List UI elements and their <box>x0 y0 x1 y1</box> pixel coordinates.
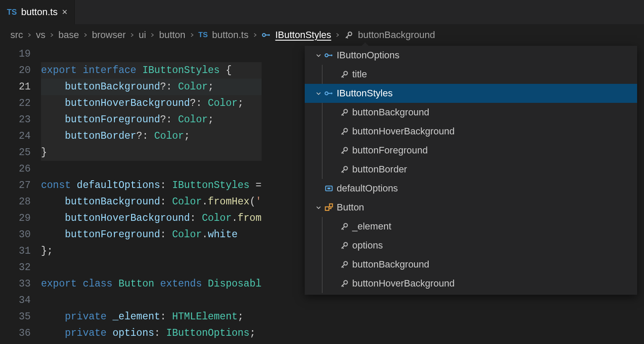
chevron-right-icon <box>251 32 259 38</box>
svg-rect-16 <box>328 188 331 189</box>
close-tab-icon[interactable]: × <box>62 6 67 18</box>
typescript-file-icon: TS <box>7 8 17 17</box>
line-number: 19 <box>0 46 31 62</box>
breadcrumb: src vs base browser ui button TS button.… <box>0 24 644 46</box>
line-number: 20 <box>0 62 31 79</box>
outline-item-class[interactable]: Button <box>305 198 637 217</box>
code-line[interactable]: const defaultOptions: IButtonStyles = <box>41 177 262 194</box>
property-icon <box>338 70 350 79</box>
code-line[interactable]: buttonBackground?: Color; <box>41 79 262 95</box>
outline-item-label: _element <box>352 221 391 232</box>
svg-point-14 <box>344 166 347 170</box>
breadcrumb-segment[interactable]: browser <box>92 29 126 41</box>
code-line[interactable]: buttonForeground?: Color; <box>41 111 262 128</box>
interface-icon <box>262 30 271 40</box>
line-number: 22 <box>0 95 31 111</box>
chevron-down-icon[interactable] <box>314 90 323 96</box>
svg-point-11 <box>344 109 347 113</box>
line-number: 26 <box>0 161 31 177</box>
svg-rect-18 <box>329 204 332 207</box>
outline-item-property[interactable]: buttonBackground <box>305 255 637 274</box>
breadcrumb-segment[interactable]: src <box>10 29 23 41</box>
code-line[interactable]: } <box>41 144 262 161</box>
line-number: 31 <box>0 243 31 259</box>
chevron-right-icon <box>148 32 156 38</box>
code-line[interactable] <box>41 161 262 177</box>
svg-rect-17 <box>325 207 329 210</box>
chevron-down-icon[interactable] <box>314 52 323 58</box>
breadcrumb-symbol-interface[interactable]: IButtonStyles <box>275 29 331 41</box>
outline-item-property[interactable]: buttonBackground <box>305 103 637 122</box>
outline-item-interface[interactable]: IButtonStyles <box>305 84 637 103</box>
property-icon <box>338 241 350 250</box>
outline-item-property[interactable]: title <box>305 65 637 84</box>
svg-point-20 <box>344 242 347 246</box>
outline-item-label: buttonHoverBackground <box>352 126 455 137</box>
outline-item-interface[interactable]: IButtonOptions <box>305 46 637 65</box>
line-number: 27 <box>0 177 31 194</box>
code-line[interactable]: buttonHoverBackground?: Color; <box>41 95 262 111</box>
property-icon <box>338 165 350 174</box>
breadcrumb-symbol-property[interactable]: buttonBackground <box>358 29 435 41</box>
property-icon <box>338 146 350 155</box>
svg-point-13 <box>344 147 347 151</box>
line-number: 33 <box>0 276 31 292</box>
code-content[interactable]: export interface IButtonStyles { buttonB… <box>41 46 262 344</box>
breadcrumb-segment[interactable]: vs <box>36 29 45 41</box>
property-icon <box>344 30 354 40</box>
svg-point-3 <box>348 32 352 35</box>
breadcrumb-file[interactable]: button.ts <box>212 29 248 41</box>
svg-point-21 <box>344 261 347 265</box>
line-number: 32 <box>0 259 31 276</box>
code-line[interactable]: buttonBorder?: Color; <box>41 128 262 144</box>
outline-item-property[interactable]: options <box>305 236 637 255</box>
svg-point-7 <box>344 71 347 75</box>
code-line[interactable] <box>41 292 262 309</box>
code-line[interactable]: }; <box>41 243 262 259</box>
code-line[interactable]: buttonBackground: Color.fromHex(' <box>41 194 262 210</box>
code-line[interactable]: buttonForeground: Color.white <box>41 226 262 243</box>
line-number: 30 <box>0 226 31 243</box>
outline-item-property[interactable]: buttonHoverBackground <box>305 122 637 141</box>
chevron-right-icon <box>25 32 33 38</box>
outline-item-label: buttonBackground <box>352 259 429 270</box>
line-number: 23 <box>0 111 31 128</box>
code-line[interactable]: buttonHoverBackground: Color.from <box>41 210 262 226</box>
breadcrumb-segment[interactable]: button <box>159 29 185 41</box>
breadcrumb-segment[interactable]: ui <box>139 29 146 41</box>
outline-item-property[interactable]: buttonHoverBackground <box>305 274 637 293</box>
outline-dropdown[interactable]: IButtonOptionstitleIButtonStylesbuttonBa… <box>305 46 637 295</box>
svg-point-0 <box>262 33 265 36</box>
outline-item-property[interactable]: buttonBorder <box>305 160 637 179</box>
line-number: 34 <box>0 292 31 309</box>
chevron-down-icon[interactable] <box>314 204 323 210</box>
code-line[interactable]: private options: IButtonOptions; <box>41 325 262 341</box>
code-line[interactable]: export class Button extends Disposabl <box>41 276 262 292</box>
tab-bar: TS button.ts × <box>0 0 644 24</box>
outline-item-label: buttonBorder <box>352 164 407 175</box>
chevron-right-icon <box>188 32 196 38</box>
code-line[interactable] <box>41 46 262 62</box>
interface-icon <box>323 89 335 98</box>
constant-icon <box>323 184 335 193</box>
outline-item-label: IButtonStyles <box>337 88 393 99</box>
tab-filename: button.ts <box>21 6 57 18</box>
property-icon <box>338 260 350 269</box>
svg-point-9 <box>331 92 332 94</box>
outline-item-property[interactable]: _element <box>305 217 637 236</box>
chevron-right-icon <box>128 32 136 38</box>
outline-item-label: defaultOptions <box>337 183 398 194</box>
svg-point-4 <box>325 54 328 57</box>
tab-button-ts[interactable]: TS button.ts × <box>0 0 75 24</box>
outline-item-constant[interactable]: defaultOptions <box>305 179 637 198</box>
outline-item-property[interactable]: buttonForeground <box>305 141 637 160</box>
outline-item-label: Button <box>337 202 364 213</box>
chevron-right-icon <box>82 32 89 38</box>
breadcrumb-segment[interactable]: base <box>58 29 79 41</box>
outline-item-label: buttonForeground <box>352 145 428 156</box>
outline-item-label: buttonBackground <box>352 107 429 118</box>
code-line[interactable] <box>41 259 262 276</box>
code-line[interactable]: private _element: HTMLElement; <box>41 309 262 325</box>
svg-point-1 <box>268 34 270 35</box>
code-line[interactable]: export interface IButtonStyles { <box>41 62 262 79</box>
